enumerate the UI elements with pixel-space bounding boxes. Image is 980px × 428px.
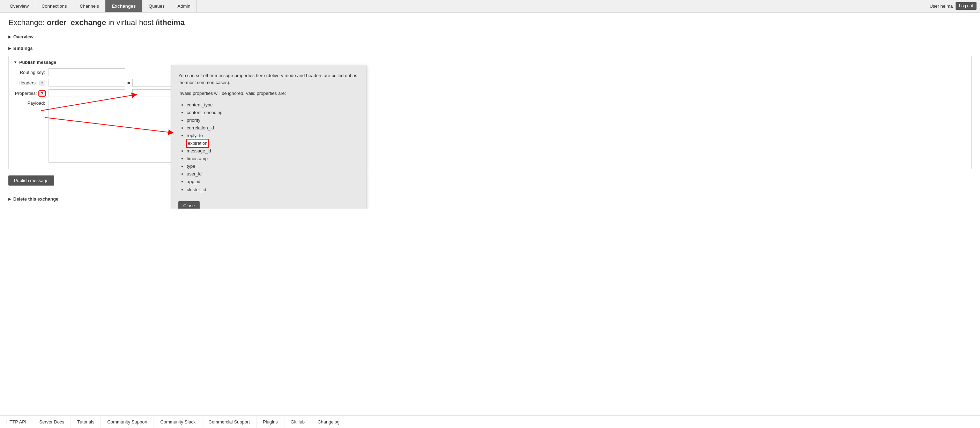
bindings-section-label: Bindings [13, 46, 33, 51]
overview-section-header[interactable]: ▶ Overview [8, 33, 972, 41]
popup-property-item: type [187, 163, 359, 170]
payload-textarea[interactable] [49, 100, 185, 163]
delete-section: ▶ Delete this exchange [8, 192, 972, 203]
popup-property-item: content_encoding [187, 109, 359, 117]
popup-property-item: reply_to [187, 132, 359, 139]
properties-popup: You can set other message properties her… [171, 65, 366, 209]
delete-arrow-icon: ▶ [8, 197, 11, 201]
popup-property-item: timestamp [187, 155, 359, 163]
popup-property-item: user_id [187, 170, 359, 178]
overview-section-label: Overview [13, 34, 33, 40]
popup-text2: Invalid properties will be ignored. Vali… [178, 90, 359, 97]
publish-section-header[interactable]: ▼ Publish message [14, 60, 966, 65]
routing-key-input[interactable] [49, 68, 125, 76]
delete-section-header[interactable]: ▶ Delete this exchange [8, 195, 972, 203]
publish-message-button[interactable]: Publish message [8, 176, 54, 185]
popup-property-item: message_id [187, 147, 359, 155]
bindings-section-header[interactable]: ▶ Bindings [8, 44, 972, 52]
delete-section-label: Delete this exchange [13, 197, 58, 201]
user-label: User heima [929, 3, 953, 9]
tab-connections[interactable]: Connections [35, 0, 73, 12]
properties-key-input[interactable] [49, 89, 125, 97]
tab-queues[interactable]: Queues [142, 0, 171, 12]
page-title: Exchange: order_exchange in virtual host… [8, 18, 972, 27]
popup-properties-list: content_typecontent_encodingprioritycorr… [178, 101, 359, 193]
popup-property-item: expiration [187, 139, 208, 147]
popup-text1: You can set other message properties her… [178, 72, 359, 86]
headers-help-badge[interactable]: ? [39, 81, 45, 86]
headers-row: Headers: ? = [14, 79, 966, 87]
bindings-section: ▶ Bindings [8, 44, 972, 52]
payload-row: Payload: [14, 100, 966, 163]
properties-equals: = [125, 91, 132, 96]
overview-arrow-icon: ▶ [8, 35, 11, 39]
routing-key-row: Routing key: [14, 68, 966, 76]
bindings-arrow-icon: ▶ [8, 46, 11, 50]
tab-overview[interactable]: Overview [3, 0, 35, 12]
payload-label: Payload: [14, 100, 49, 106]
page-content: Exchange: order_exchange in virtual host… [0, 13, 980, 209]
overview-section: ▶ Overview [8, 33, 972, 41]
popup-property-item: correlation_id [187, 124, 359, 132]
tab-exchanges[interactable]: Exchanges [105, 0, 142, 12]
popup-close-button[interactable]: Close [178, 201, 200, 209]
publish-section-label: Publish message [19, 60, 56, 65]
tab-channels[interactable]: Channels [73, 0, 105, 12]
nav-tabs: Overview Connections Channels Exchanges … [3, 0, 929, 12]
properties-label: Properties: ? [14, 91, 49, 96]
publish-message-section: ▼ Publish message Routing key: Headers: … [8, 56, 972, 169]
headers-equals: = [125, 80, 132, 86]
headers-key-input[interactable] [49, 79, 125, 87]
popup-property-item: content_type [187, 101, 359, 109]
popup-property-item: priority [187, 117, 359, 124]
properties-help-badge[interactable]: ? [39, 91, 45, 96]
headers-label: Headers: ? [14, 80, 49, 86]
publish-arrow-icon: ▼ [14, 60, 17, 64]
routing-key-label: Routing key: [14, 70, 49, 75]
popup-property-item: app_id [187, 178, 359, 185]
properties-row: Properties: ? = [14, 89, 966, 97]
tab-admin[interactable]: Admin [171, 0, 197, 12]
popup-property-item: cluster_id [187, 186, 359, 193]
nav-bar: Overview Connections Channels Exchanges … [0, 0, 980, 13]
nav-right: User heima Log out [929, 2, 977, 10]
logout-button[interactable]: Log out [956, 2, 977, 10]
